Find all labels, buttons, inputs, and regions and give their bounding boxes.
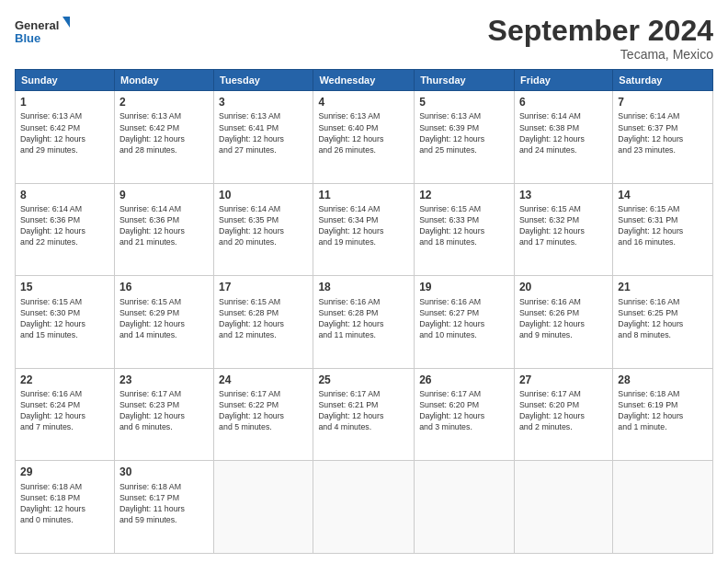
day-number: 6 (519, 95, 608, 109)
day-number: 24 (219, 373, 308, 387)
day-info: Sunrise: 6:18 AMSunset: 6:19 PMDaylight:… (618, 388, 708, 433)
week-row-3: 15Sunrise: 6:15 AMSunset: 6:30 PMDayligh… (16, 276, 713, 369)
day-info: Sunrise: 6:13 AMSunset: 6:39 PMDaylight:… (419, 110, 509, 155)
day-info: Sunrise: 6:15 AMSunset: 6:33 PMDaylight:… (419, 203, 509, 248)
table-row (514, 461, 612, 554)
week-row-2: 8Sunrise: 6:14 AMSunset: 6:36 PMDaylight… (16, 183, 713, 276)
day-info: Sunrise: 6:14 AMSunset: 6:38 PMDaylight:… (519, 110, 608, 155)
col-sunday: Sunday (16, 70, 115, 91)
table-row: 12Sunrise: 6:15 AMSunset: 6:33 PMDayligh… (415, 183, 515, 276)
day-info: Sunrise: 6:16 AMSunset: 6:25 PMDaylight:… (618, 296, 708, 341)
day-info: Sunrise: 6:16 AMSunset: 6:28 PMDaylight:… (318, 296, 409, 341)
logo-svg: General Blue (15, 15, 70, 50)
day-number: 13 (519, 188, 608, 202)
day-number: 2 (119, 95, 209, 109)
day-number: 19 (419, 280, 509, 294)
table-row: 10Sunrise: 6:14 AMSunset: 6:35 PMDayligh… (214, 183, 313, 276)
day-info: Sunrise: 6:15 AMSunset: 6:32 PMDaylight:… (519, 203, 608, 248)
week-row-5: 29Sunrise: 6:18 AMSunset: 6:18 PMDayligh… (16, 461, 713, 554)
day-number: 7 (618, 95, 708, 109)
table-row: 3Sunrise: 6:13 AMSunset: 6:41 PMDaylight… (214, 91, 313, 184)
day-info: Sunrise: 6:14 AMSunset: 6:36 PMDaylight:… (119, 203, 209, 248)
day-number: 14 (618, 188, 708, 202)
calendar-header-row: Sunday Monday Tuesday Wednesday Thursday… (16, 70, 713, 91)
table-row (313, 461, 415, 554)
col-friday: Friday (514, 70, 612, 91)
day-number: 3 (219, 95, 308, 109)
table-row: 1Sunrise: 6:13 AMSunset: 6:42 PMDaylight… (16, 91, 115, 184)
day-number: 8 (20, 188, 109, 202)
day-info: Sunrise: 6:14 AMSunset: 6:35 PMDaylight:… (219, 203, 308, 248)
day-info: Sunrise: 6:18 AMSunset: 6:18 PMDaylight:… (20, 481, 109, 526)
day-info: Sunrise: 6:17 AMSunset: 6:23 PMDaylight:… (119, 388, 209, 433)
table-row: 17Sunrise: 6:15 AMSunset: 6:28 PMDayligh… (214, 276, 313, 369)
day-number: 4 (318, 95, 409, 109)
table-row: 4Sunrise: 6:13 AMSunset: 6:40 PMDaylight… (313, 91, 415, 184)
table-row: 15Sunrise: 6:15 AMSunset: 6:30 PMDayligh… (16, 276, 115, 369)
col-thursday: Thursday (415, 70, 515, 91)
week-row-4: 22Sunrise: 6:16 AMSunset: 6:24 PMDayligh… (16, 368, 713, 461)
table-row (214, 461, 313, 554)
day-info: Sunrise: 6:16 AMSunset: 6:27 PMDaylight:… (419, 296, 509, 341)
table-row (613, 461, 713, 554)
table-row: 9Sunrise: 6:14 AMSunset: 6:36 PMDaylight… (114, 183, 213, 276)
title-block: September 2024 Tecama, Mexico (488, 15, 713, 62)
col-wednesday: Wednesday (313, 70, 415, 91)
svg-text:General: General (15, 18, 59, 32)
table-row: 21Sunrise: 6:16 AMSunset: 6:25 PMDayligh… (613, 276, 713, 369)
table-row (415, 461, 515, 554)
day-number: 27 (519, 373, 608, 387)
svg-text:Blue: Blue (15, 31, 40, 45)
day-number: 20 (519, 280, 608, 294)
table-row: 11Sunrise: 6:14 AMSunset: 6:34 PMDayligh… (313, 183, 415, 276)
table-row: 13Sunrise: 6:15 AMSunset: 6:32 PMDayligh… (514, 183, 612, 276)
day-info: Sunrise: 6:15 AMSunset: 6:28 PMDaylight:… (219, 296, 308, 341)
day-info: Sunrise: 6:17 AMSunset: 6:20 PMDaylight:… (519, 388, 608, 433)
day-number: 10 (219, 188, 308, 202)
table-row: 26Sunrise: 6:17 AMSunset: 6:20 PMDayligh… (415, 368, 515, 461)
day-number: 18 (318, 280, 409, 294)
table-row: 28Sunrise: 6:18 AMSunset: 6:19 PMDayligh… (613, 368, 713, 461)
day-number: 21 (618, 280, 708, 294)
day-info: Sunrise: 6:16 AMSunset: 6:26 PMDaylight:… (519, 296, 608, 341)
table-row: 23Sunrise: 6:17 AMSunset: 6:23 PMDayligh… (114, 368, 213, 461)
table-row: 7Sunrise: 6:14 AMSunset: 6:37 PMDaylight… (613, 91, 713, 184)
table-row: 24Sunrise: 6:17 AMSunset: 6:22 PMDayligh… (214, 368, 313, 461)
day-number: 17 (219, 280, 308, 294)
table-row: 30Sunrise: 6:18 AMSunset: 6:17 PMDayligh… (114, 461, 213, 554)
day-number: 29 (20, 465, 109, 479)
day-info: Sunrise: 6:17 AMSunset: 6:21 PMDaylight:… (318, 388, 409, 433)
day-info: Sunrise: 6:17 AMSunset: 6:20 PMDaylight:… (419, 388, 509, 433)
day-info: Sunrise: 6:16 AMSunset: 6:24 PMDaylight:… (20, 388, 109, 433)
header: General Blue September 2024 Tecama, Mexi… (15, 15, 713, 62)
day-number: 25 (318, 373, 409, 387)
day-number: 1 (20, 95, 109, 109)
page: General Blue September 2024 Tecama, Mexi… (0, 0, 728, 563)
day-info: Sunrise: 6:14 AMSunset: 6:37 PMDaylight:… (618, 110, 708, 155)
day-number: 9 (119, 188, 209, 202)
col-monday: Monday (114, 70, 213, 91)
day-number: 30 (119, 465, 209, 479)
day-info: Sunrise: 6:13 AMSunset: 6:41 PMDaylight:… (219, 110, 308, 155)
day-number: 28 (618, 373, 708, 387)
table-row: 20Sunrise: 6:16 AMSunset: 6:26 PMDayligh… (514, 276, 612, 369)
day-number: 22 (20, 373, 109, 387)
day-info: Sunrise: 6:14 AMSunset: 6:36 PMDaylight:… (20, 203, 109, 248)
day-info: Sunrise: 6:13 AMSunset: 6:42 PMDaylight:… (119, 110, 209, 155)
table-row: 16Sunrise: 6:15 AMSunset: 6:29 PMDayligh… (114, 276, 213, 369)
day-info: Sunrise: 6:14 AMSunset: 6:34 PMDaylight:… (318, 203, 409, 248)
subtitle: Tecama, Mexico (488, 47, 713, 62)
day-info: Sunrise: 6:15 AMSunset: 6:31 PMDaylight:… (618, 203, 708, 248)
day-info: Sunrise: 6:15 AMSunset: 6:30 PMDaylight:… (20, 296, 109, 341)
day-number: 5 (419, 95, 509, 109)
day-number: 23 (119, 373, 209, 387)
day-number: 15 (20, 280, 109, 294)
day-info: Sunrise: 6:18 AMSunset: 6:17 PMDaylight:… (119, 481, 209, 526)
table-row: 22Sunrise: 6:16 AMSunset: 6:24 PMDayligh… (16, 368, 115, 461)
table-row: 8Sunrise: 6:14 AMSunset: 6:36 PMDaylight… (16, 183, 115, 276)
day-number: 16 (119, 280, 209, 294)
calendar: Sunday Monday Tuesday Wednesday Thursday… (15, 69, 713, 554)
week-row-1: 1Sunrise: 6:13 AMSunset: 6:42 PMDaylight… (16, 91, 713, 184)
table-row: 14Sunrise: 6:15 AMSunset: 6:31 PMDayligh… (613, 183, 713, 276)
col-tuesday: Tuesday (214, 70, 313, 91)
